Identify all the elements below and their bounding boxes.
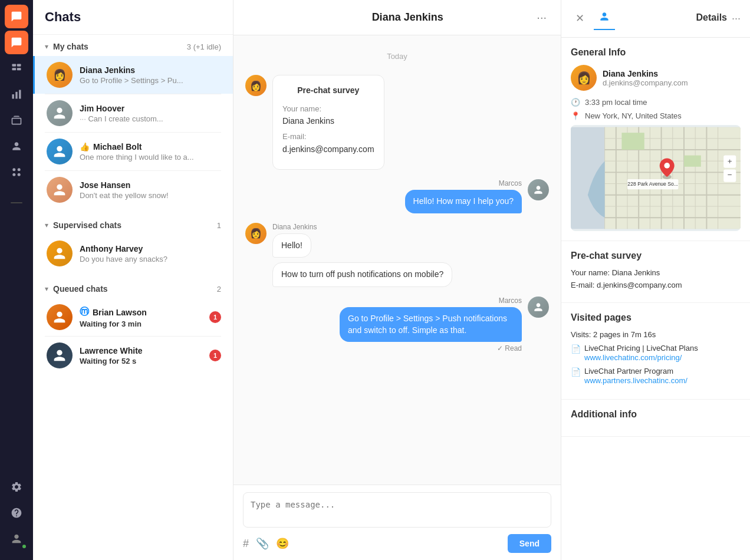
message-content-answer: Marcos Go to Profile > Settings > Push n… bbox=[340, 297, 522, 353]
message-content-greeting: Marcos Hello! How may I help you? bbox=[405, 179, 522, 213]
send-button[interactable]: Send bbox=[508, 534, 551, 553]
nav-chats[interactable] bbox=[5, 31, 28, 54]
message-sender-marcos-1: Marcos bbox=[405, 179, 522, 187]
chat-item-brian[interactable]: ⓜ Brian Lawson Waiting for 3 min 1 bbox=[33, 298, 233, 336]
chat-preview-lawrence: Waiting for 52 s bbox=[80, 357, 202, 365]
nav-settings[interactable] bbox=[5, 475, 28, 499]
supervised-chats-label: Supervised chats bbox=[53, 220, 212, 230]
user-tab[interactable] bbox=[594, 7, 615, 30]
chat-header-actions: ··· bbox=[534, 8, 549, 27]
svg-rect-6 bbox=[19, 90, 21, 99]
chat-name-brian: ⓜ Brian Lawson bbox=[80, 306, 202, 318]
messenger-icon: ⓜ bbox=[80, 306, 89, 318]
chat-preview-brian: Waiting for 3 min bbox=[80, 319, 202, 328]
supervised-chats-count: 1 bbox=[217, 221, 221, 230]
app-logo bbox=[5, 5, 28, 28]
contact-info: 👩 Diana Jenkins d.jenkins@company.com bbox=[571, 65, 741, 91]
supervised-chats-section-header[interactable]: ▾ Supervised chats 1 bbox=[33, 213, 233, 235]
chat-item-jim[interactable]: Jim Hoover ··· Can I create custom... bbox=[33, 94, 233, 132]
message-input-area: # 📎 😊 Send bbox=[233, 485, 561, 560]
chat-preview-michael: One more thing I would like to a... bbox=[80, 153, 221, 162]
supervised-chats-chevron: ▾ bbox=[45, 221, 48, 229]
avatar-anthony bbox=[47, 241, 73, 266]
avatar-michael bbox=[47, 139, 73, 164]
message-input[interactable] bbox=[243, 492, 551, 528]
chat-preview-anthony: Do you have any snacks? bbox=[80, 255, 221, 263]
queued-chats-count: 2 bbox=[217, 285, 221, 294]
chat-item-anthony[interactable]: Anthony Harvey Do you have any snacks? bbox=[33, 235, 233, 272]
location-icon: 📍 bbox=[571, 111, 580, 120]
chat-item-michael[interactable]: 👍 Michael Bolt One more thing I would li… bbox=[33, 133, 233, 170]
emoji-button[interactable]: 😊 bbox=[276, 537, 289, 550]
date-separator: Today bbox=[245, 52, 549, 61]
message-agent-answer: Marcos Go to Profile > Settings > Push n… bbox=[245, 297, 549, 353]
survey-email-label: E-mail: bbox=[282, 131, 374, 142]
close-panel-button[interactable]: ✕ bbox=[571, 7, 589, 30]
svg-rect-0 bbox=[12, 64, 17, 67]
clock-icon: 🕐 bbox=[571, 98, 580, 107]
contact-name: Diana Jenkins bbox=[603, 69, 688, 78]
queued-chats-section-header[interactable]: ▾ Queued chats 2 bbox=[33, 277, 233, 298]
page-icon-2: 📄 bbox=[571, 367, 581, 377]
nav-reports[interactable] bbox=[5, 83, 28, 106]
nav-integrations[interactable] bbox=[5, 160, 28, 184]
panel-survey-section: Pre-chat survey Your name: Diana Jenkins… bbox=[561, 241, 750, 303]
queued-chats-chevron: ▾ bbox=[45, 285, 48, 293]
sidebar: Chats ▾ My chats 3 (+1 idle) 👩 Diana Jen… bbox=[33, 0, 233, 560]
hash-button[interactable]: # bbox=[243, 537, 249, 550]
chat-header-title: Diana Jenkins bbox=[281, 11, 534, 24]
chat-item-lawrence[interactable]: Lawrence White Waiting for 52 s 1 bbox=[33, 337, 233, 374]
svg-rect-1 bbox=[17, 64, 21, 67]
chat-info-lawrence: Lawrence White Waiting for 52 s bbox=[80, 346, 202, 365]
local-time-row: 🕐 3:33 pm local time bbox=[571, 98, 741, 107]
page-link-1: 📄 LiveChat Pricing | LiveChat Plans www.… bbox=[571, 344, 741, 362]
svg-rect-4 bbox=[12, 94, 14, 99]
map-container: 228 Park Avenue So... + − bbox=[571, 125, 741, 231]
svg-text:−: − bbox=[728, 170, 732, 179]
user-avatar-nav[interactable] bbox=[5, 527, 28, 551]
panel-more-button[interactable]: ··· bbox=[732, 12, 741, 25]
svg-rect-33 bbox=[684, 156, 701, 167]
badge-lawrence: 1 bbox=[209, 350, 221, 361]
svg-point-9 bbox=[12, 173, 15, 176]
additional-info-title: Additional info bbox=[571, 409, 741, 420]
panel-survey-name: Your name: Diana Jenkins bbox=[571, 268, 741, 277]
page-url-1[interactable]: www.livechatinc.com/pricing/ bbox=[584, 353, 682, 362]
page-url-2[interactable]: www.partners.livechatinc.com/ bbox=[584, 376, 688, 385]
visited-pages-title: Visited pages bbox=[571, 312, 741, 323]
avatar-diana: 👩 bbox=[47, 62, 73, 88]
message-sender-marcos-2: Marcos bbox=[340, 297, 522, 305]
bubble-greeting: Hello! How may I help you? bbox=[405, 190, 522, 213]
chat-info-anthony: Anthony Harvey Do you have any snacks? bbox=[80, 244, 221, 263]
my-chats-count: 3 (+1 idle) bbox=[187, 42, 221, 51]
my-chats-section-header[interactable]: ▾ My chats 3 (+1 idle) bbox=[33, 35, 233, 56]
attachment-button[interactable]: 📎 bbox=[256, 537, 269, 550]
more-options-button[interactable]: ··· bbox=[534, 8, 549, 27]
general-info-section: General Info 👩 Diana Jenkins d.jenkins@c… bbox=[561, 38, 750, 241]
svg-rect-32 bbox=[621, 133, 644, 150]
nav-help[interactable] bbox=[5, 501, 28, 525]
sidebar-title: Chats bbox=[45, 9, 81, 24]
sidebar-header: Chats bbox=[33, 0, 233, 35]
queued-chats-label: Queued chats bbox=[53, 284, 212, 294]
chat-list: ▾ My chats 3 (+1 idle) 👩 Diana Jenkins G… bbox=[33, 35, 233, 374]
contact-details: Diana Jenkins d.jenkins@company.com bbox=[603, 69, 688, 87]
my-chats-label: My chats bbox=[53, 42, 182, 51]
chat-name-jose: Jose Hansen bbox=[80, 180, 221, 190]
chat-name-diana: Diana Jenkins bbox=[80, 65, 221, 75]
svg-point-35 bbox=[664, 163, 670, 169]
nav-tickets[interactable] bbox=[5, 108, 28, 132]
messages-area: Today 👩 Pre-chat survey Your name: Diana… bbox=[233, 35, 561, 485]
nav-visitors[interactable] bbox=[5, 134, 28, 158]
chat-item-jose[interactable]: Jose Hansen Don't eat the yellow snow! bbox=[33, 171, 233, 209]
local-time-value: 3:33 pm local time bbox=[585, 98, 647, 107]
additional-info-section: Additional info bbox=[561, 400, 750, 437]
panel-survey-title: Pre-chat survey bbox=[571, 251, 741, 261]
nav-agents[interactable] bbox=[5, 57, 28, 80]
visits-info: Visits: 2 pages in 7m 16s bbox=[571, 330, 741, 339]
panel-survey-email-value: d.jenkins@company.com bbox=[597, 281, 682, 289]
chat-name-michael: 👍 Michael Bolt bbox=[80, 142, 221, 151]
chat-item-diana[interactable]: 👩 Diana Jenkins Go to Profile > Settings… bbox=[33, 56, 233, 94]
chat-preview-diana: Go to Profile > Settings > Pu... bbox=[80, 76, 221, 85]
chat-info-jim: Jim Hoover ··· Can I create custom... bbox=[80, 104, 221, 123]
